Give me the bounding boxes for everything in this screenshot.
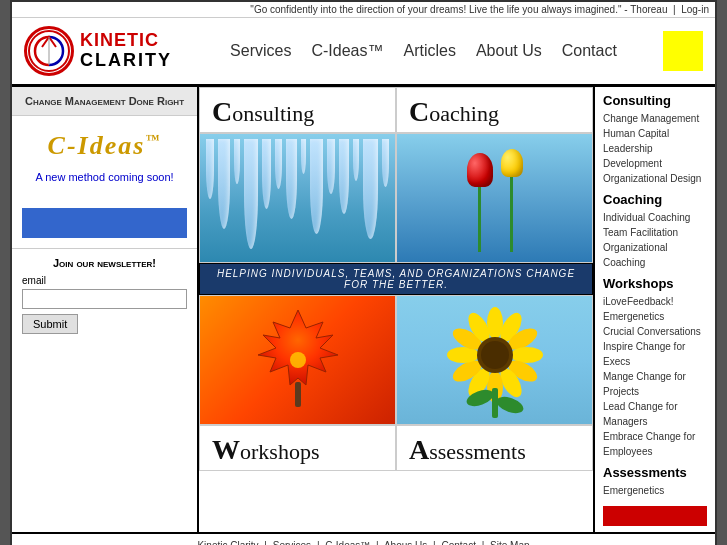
- consulting-image: [199, 133, 396, 263]
- rs-embrace[interactable]: Embrace Change for Employees: [603, 429, 707, 459]
- rs-crucial[interactable]: Crucial Conversations: [603, 324, 707, 339]
- top-bar: "Go confidently into the direction of yo…: [12, 2, 715, 18]
- header-yellow-block: [663, 31, 703, 71]
- rs-inspire-execs[interactable]: Inspire Change for Execs: [603, 339, 707, 369]
- cideas-coming-soon[interactable]: A new method coming soon!: [22, 171, 187, 183]
- top-quote: "Go confidently into the direction of yo…: [250, 4, 667, 15]
- svg-point-3: [290, 352, 306, 368]
- icicle: [218, 139, 230, 229]
- logo-icon: [24, 26, 74, 76]
- content-area: Change Management Done Right C-Ideas™ A …: [12, 87, 715, 532]
- workshops-title: Workshops: [199, 425, 396, 471]
- icicle: [310, 139, 323, 234]
- email-input[interactable]: [22, 289, 187, 309]
- svg-rect-2: [295, 382, 301, 407]
- footer-links: Kinetic Clarity | Services | C-Ideas™ | …: [18, 540, 709, 545]
- consulting-title: Consulting: [199, 87, 396, 133]
- tulip-yellow-stem: [510, 177, 513, 252]
- main-content: Consulting Coaching: [199, 87, 593, 532]
- icicle: [382, 139, 389, 187]
- footer-sitemap[interactable]: Site Map: [490, 540, 529, 545]
- rs-emergenetics-a[interactable]: Emergenetics: [603, 483, 707, 498]
- rs-human-capital[interactable]: Human Capital: [603, 126, 707, 141]
- main-nav: Services C-Ideas™ Articles About Us Cont…: [204, 42, 643, 60]
- footer-cideas[interactable]: C-Ideas™: [325, 540, 370, 545]
- sidebar-cideas: C-Ideas™ A new method coming soon!: [12, 116, 197, 198]
- icicle: [339, 139, 349, 214]
- submit-button[interactable]: Submit: [22, 314, 78, 334]
- left-sidebar: Change Management Done Right C-Ideas™ A …: [12, 87, 197, 532]
- tulip-yellow-flower: [501, 149, 523, 177]
- icicle: [301, 139, 306, 174]
- maple-leaf-svg: [238, 300, 358, 420]
- nav-about[interactable]: About Us: [476, 42, 542, 60]
- footer-about[interactable]: Abous Us: [384, 540, 427, 545]
- footer-services[interactable]: Services: [273, 540, 311, 545]
- icicle: [353, 139, 359, 181]
- workshops-image: [199, 295, 396, 425]
- logo-text: KINETIC CLARITY: [80, 31, 172, 71]
- nav-cideas[interactable]: C-Ideas™: [311, 42, 383, 60]
- icicle: [327, 139, 335, 194]
- icicle: [262, 139, 271, 209]
- assessments-image: [396, 295, 593, 425]
- coaching-image: [396, 133, 593, 263]
- tulips-container: [397, 134, 592, 257]
- login-link[interactable]: Log-in: [681, 4, 709, 15]
- cideas-tm: ™: [145, 132, 161, 147]
- header: KINETIC CLARITY Services C-Ideas™ Articl…: [12, 18, 715, 87]
- newsletter-title: Join our newsletter!: [22, 257, 187, 269]
- logo-kinetic: KINETIC: [80, 31, 172, 51]
- tulip-red: [467, 153, 493, 252]
- rs-consulting-title: Consulting: [603, 93, 707, 108]
- coaching-title: Coaching: [396, 87, 593, 133]
- sunflower-svg: [440, 300, 550, 420]
- logo-area: KINETIC CLARITY: [24, 26, 184, 76]
- nav-articles[interactable]: Articles: [403, 42, 455, 60]
- quadrant-grid: Consulting Coaching: [199, 87, 593, 471]
- assessments-title: Assessments: [396, 425, 593, 471]
- email-label: email: [22, 275, 187, 286]
- rs-team-facilitation[interactable]: Team Facilitation: [603, 225, 707, 240]
- icicle: [286, 139, 297, 219]
- rs-org-design[interactable]: Organizational Design: [603, 171, 707, 186]
- footer: Kinetic Clarity | Services | C-Ideas™ | …: [12, 532, 715, 545]
- rs-ilovefeedback[interactable]: iLoveFeedback!: [603, 294, 707, 309]
- tulip-yellow: [501, 149, 523, 252]
- rs-individual-coaching[interactable]: Individual Coaching: [603, 210, 707, 225]
- rs-lead-managers[interactable]: Lead Change for Managers: [603, 399, 707, 429]
- icicle: [234, 139, 240, 184]
- sidebar-newsletter: Join our newsletter! email Submit: [12, 248, 197, 342]
- rs-coaching-title: Coaching: [603, 192, 707, 207]
- rs-leadership-dev[interactable]: Leadership Development: [603, 141, 707, 171]
- icicle: [244, 139, 258, 249]
- footer-contact[interactable]: Contact: [441, 540, 475, 545]
- right-sidebar: Consulting Change Management Human Capit…: [595, 87, 715, 532]
- rs-emergenetics-w[interactable]: Emergenetics: [603, 309, 707, 324]
- tulip-red-flower: [467, 153, 493, 187]
- icicles: [206, 139, 389, 249]
- rs-mange-projects[interactable]: Mange Change for Projects: [603, 369, 707, 399]
- rs-change-management[interactable]: Change Management: [603, 111, 707, 126]
- footer-kinetic[interactable]: Kinetic Clarity: [197, 540, 258, 545]
- rs-red-block: [603, 506, 707, 526]
- logo-clarity: CLARITY: [80, 51, 172, 71]
- rs-workshops-title: Workshops: [603, 276, 707, 291]
- nav-contact[interactable]: Contact: [562, 42, 617, 60]
- icicle: [363, 139, 378, 239]
- sidebar-change-header: Change Management Done Right: [12, 87, 197, 116]
- svg-point-17: [481, 341, 509, 369]
- rs-org-coaching[interactable]: Organizational Coaching: [603, 240, 707, 270]
- cideas-logo: C-Ideas™: [22, 131, 187, 161]
- cideas-text: C-Ideas: [48, 131, 146, 160]
- sidebar-blue-block: [22, 208, 187, 238]
- tulip-red-stem: [478, 187, 481, 252]
- rs-assessments-title: Assessments: [603, 465, 707, 480]
- icicle: [206, 139, 214, 199]
- icicle: [275, 139, 282, 189]
- nav-services[interactable]: Services: [230, 42, 291, 60]
- tagline-bar: Helping Individuals, Teams, and Organiza…: [199, 263, 593, 295]
